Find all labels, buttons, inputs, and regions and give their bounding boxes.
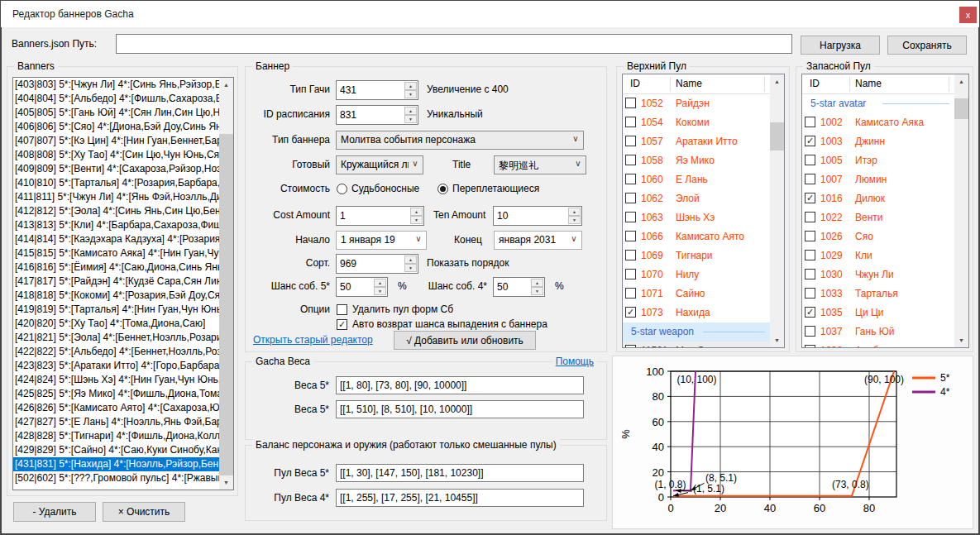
row-checkbox[interactable] xyxy=(625,231,636,241)
upper-pool-scrollbar[interactable]: ▲ ▼ xyxy=(770,74,784,347)
banner-list-item[interactable]: [416|816] 5*:[Ёимия] 4*:[Саю,Диона,Синь … xyxy=(13,260,219,275)
title-combo[interactable]: 黎明巡礼 ∨ xyxy=(494,155,586,174)
pool-row[interactable]: ✓1035Ци Ци xyxy=(802,303,954,322)
pool-weights5-input[interactable] xyxy=(336,464,584,482)
column-id[interactable]: ID xyxy=(810,78,820,89)
pool-row[interactable]: ✓1016Дилюк xyxy=(802,189,954,208)
banner-list-item[interactable]: [418|818] 5*:[Кокоми] 4*:[Розария,Бэй До… xyxy=(13,289,219,303)
pool-row[interactable]: 1022Венти xyxy=(802,208,954,227)
spin-down-icon[interactable]: ▼ xyxy=(404,115,417,123)
weights5-input[interactable] xyxy=(336,376,584,394)
pool-row[interactable]: 1058Яэ Мико xyxy=(623,151,770,170)
banner-list-item[interactable]: [420|820] 5*:[Ху Тао] 4*:[Тома,Диона,Саю… xyxy=(13,317,219,331)
banner-list-item[interactable]: [414|814] 5*:[Каэдэхара Кадзуха] 4*:[Роз… xyxy=(13,232,219,246)
column-id[interactable]: ID xyxy=(630,78,640,89)
banner-list-item[interactable]: [422|822] 5*:[Альбедо] 4*:[Беннет,Ноэлль… xyxy=(13,345,219,359)
remove-pool-checkbox[interactable] xyxy=(337,304,347,315)
row-checkbox[interactable] xyxy=(625,155,636,165)
row-checkbox[interactable] xyxy=(805,212,815,222)
scroll-up-icon[interactable]: ▲ xyxy=(770,74,784,88)
pool-row[interactable]: 1066Камисато Аято xyxy=(623,227,770,246)
banner-list-item[interactable]: [413|813] 5*:[Кли] 4*:[Барбара,Сахароза,… xyxy=(13,218,219,232)
sort-spinner[interactable]: 969 ▲▼ xyxy=(336,254,418,274)
scroll-down-icon[interactable]: ▼ xyxy=(770,333,784,347)
row-checkbox[interactable] xyxy=(805,269,815,279)
row-checkbox[interactable] xyxy=(805,174,815,184)
scroll-thumb[interactable] xyxy=(954,98,968,119)
pool-row[interactable]: 11501Меч Сокола xyxy=(623,342,770,347)
spin-down-icon[interactable]: ▼ xyxy=(404,264,417,272)
row-checkbox[interactable] xyxy=(625,193,636,203)
end-date-picker[interactable]: января 2031 ∨ xyxy=(494,231,582,250)
scroll-up-icon[interactable]: ▲ xyxy=(954,74,968,88)
row-checkbox[interactable] xyxy=(625,345,636,347)
pool-row[interactable]: 1030Чжун Ли xyxy=(802,265,954,284)
scroll-down-icon[interactable]: ▼ xyxy=(219,475,233,490)
pool-row[interactable]: ✓1003Джинн xyxy=(802,132,954,151)
banner-list-item[interactable]: [424|824] 5*:[Шэнь Хэ] 4*:[Нин Гуан,Чун … xyxy=(13,373,219,387)
pool-row[interactable]: 1069Тигнари xyxy=(623,246,770,265)
pool-row[interactable]: 1033Тарталья xyxy=(802,284,954,303)
spin-down-icon[interactable]: ▼ xyxy=(531,287,543,295)
gacha-type-spinner[interactable]: 431 ▲▼ xyxy=(336,80,418,100)
banner-list-item[interactable]: [419|819] 5*:[Тарталья] 4*:[Нин Гуан,Чун… xyxy=(13,303,219,317)
pool-weights4-input[interactable] xyxy=(336,489,584,507)
pool-row[interactable]: 1038Альбедо xyxy=(802,342,954,347)
row-checkbox[interactable]: ✓ xyxy=(805,307,815,318)
banner-list-item[interactable]: [407|807] 5*:[Кэ Цин] 4*:[Нин Гуан,Бенне… xyxy=(13,134,219,148)
cost-radio-intertwined[interactable] xyxy=(437,184,448,194)
save-button[interactable]: Сохранять xyxy=(887,36,967,55)
scroll-thumb[interactable] xyxy=(770,122,784,150)
path-input[interactable] xyxy=(116,34,792,54)
pool-row[interactable]: 1002Камисато Аяка xyxy=(802,113,954,132)
prefab-combo[interactable]: Кружащийся ливень ∨ xyxy=(336,155,423,174)
banner-type-combo[interactable]: Молитва события персонажа ∨ xyxy=(336,131,584,150)
begin-date-picker[interactable]: 1 января 19 ∨ xyxy=(336,231,427,250)
row-checkbox[interactable] xyxy=(805,250,815,260)
banner-list-item[interactable]: [403|803] 5*:[Чжун Ли] 4*:[Синь Янь,Рэйз… xyxy=(13,78,219,92)
row-checkbox[interactable] xyxy=(625,288,636,299)
banner-list-item[interactable]: [409|809] 5*:[Венти] 4*:[Сахароза,Рэйзор… xyxy=(13,162,219,176)
delete-banner-button[interactable]: - Удалить xyxy=(13,502,96,522)
chance4-spinner[interactable]: 50 ▲▼ xyxy=(493,277,545,297)
row-checkbox[interactable] xyxy=(625,250,636,260)
banner-list-item[interactable]: [428|828] 5*:[Тигнари] 4*:[Фишль,Диона,К… xyxy=(13,429,219,443)
cost-radio-fate[interactable] xyxy=(337,184,347,194)
old-editor-link[interactable]: Открыть старый редактор xyxy=(253,334,373,346)
close-button[interactable]: x xyxy=(959,7,977,23)
banner-list-item[interactable]: [417|817] 5*:[Райдэн] 4*:[Кудзё Сара,Сян… xyxy=(13,275,219,289)
banner-list-item[interactable]: [421|821] 5*:[Эола] 4*:[Беннет,Ноэлль,Ро… xyxy=(13,331,219,345)
spin-up-icon[interactable]: ▲ xyxy=(404,256,417,264)
pool-row[interactable]: 1029Кли xyxy=(802,246,954,265)
spin-up-icon[interactable]: ▲ xyxy=(531,279,543,287)
banner-list-item[interactable]: [411|811] 5*:[Чжун Ли] 4*:[Янь Фэй,Ноэлл… xyxy=(13,190,219,204)
spin-up-icon[interactable]: ▲ xyxy=(568,208,581,216)
cost-amount-spinner[interactable]: 1 ▲▼ xyxy=(336,206,424,226)
spin-down-icon[interactable]: ▼ xyxy=(568,216,581,224)
banner-list-item[interactable]: [410|810] 5*:[Тарталья] 4*:[Розария,Барб… xyxy=(13,176,219,190)
banner-list-item[interactable]: [415|815] 5*:[Камисато Аяка] 4*:[Нин Гуа… xyxy=(13,246,219,260)
banner-list-item[interactable]: [404|804] 5*:[Альбедо] 4*:[Фишль,Сахароз… xyxy=(13,92,219,106)
scroll-up-icon[interactable]: ▲ xyxy=(219,78,233,92)
banner-list-item[interactable]: [406|806] 5*:[Сяо] 4*:[Диона,Бэй Доу,Син… xyxy=(13,120,219,134)
banner-list-scrollbar[interactable]: ▲ ▼ xyxy=(219,78,233,490)
spin-down-icon[interactable]: ▼ xyxy=(410,216,423,224)
banner-list-item[interactable]: [427|827] 5*:[Е Лань] 4*:[Ноэлль,Янь Фэй… xyxy=(13,415,219,429)
banner-list-item[interactable]: [431|831] 5*:[Нахида] 4*:[Ноэлль,Рэйзор,… xyxy=(13,457,219,471)
spin-up-icon[interactable]: ▲ xyxy=(404,107,417,115)
row-checkbox[interactable] xyxy=(805,117,815,127)
ten-amount-spinner[interactable]: 10 ▲▼ xyxy=(493,206,582,226)
auto-return-checkbox[interactable]: ✓ xyxy=(337,319,347,330)
banner-list-item[interactable]: [429|829] 5*:[Сайно] 4*:[Саю,Куки Синобу… xyxy=(13,443,219,457)
chance5-spinner[interactable]: 50 ▲▼ xyxy=(336,277,388,297)
banner-list-item[interactable]: [405|805] 5*:[Гань Юй] 4*:[Сян Лин,Син Ц… xyxy=(13,106,219,120)
banner-list-item[interactable]: [426|826] 5*:[Камисато Аято] 4*:[Сахароз… xyxy=(13,401,219,415)
spin-up-icon[interactable]: ▲ xyxy=(404,82,417,90)
pool-row[interactable]: 1071Сайно xyxy=(623,284,770,303)
pool-row[interactable]: 1057Аратаки Итто xyxy=(623,132,770,151)
pool-row[interactable]: 1005Итэр xyxy=(802,151,954,170)
banner-list-item[interactable]: [423|823] 5*:[Аратаки Итто] 4*:[Горо,Бар… xyxy=(13,359,219,373)
row-checkbox[interactable]: ✓ xyxy=(805,136,815,146)
scroll-thumb[interactable] xyxy=(219,134,233,475)
load-button[interactable]: Нагрузка xyxy=(801,36,880,55)
